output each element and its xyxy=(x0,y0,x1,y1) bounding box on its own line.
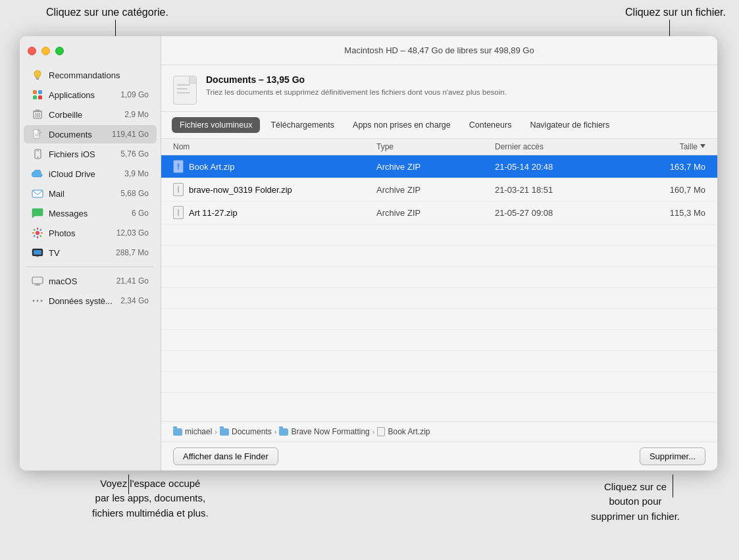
annotation-click-file: Cliquez sur un fichier. xyxy=(625,5,726,20)
sidebar-item-documents[interactable]: Documents 119,41 Go xyxy=(24,125,157,143)
breadcrumb-item-michael[interactable]: michael xyxy=(173,427,212,436)
sidebar-item-fichiers-ios[interactable]: Fichiers iOS 5,76 Go xyxy=(24,145,157,163)
tab-conteneurs[interactable]: Conteneurs xyxy=(461,117,520,133)
tab-apps-non-prises[interactable]: Apps non prises en charge xyxy=(345,117,459,133)
sidebar-item-size: 21,41 Go xyxy=(116,276,149,286)
svg-point-35 xyxy=(37,300,39,302)
category-header: Documents – 13,95 Go Triez les documents… xyxy=(161,65,717,112)
sidebar-item-corbeille[interactable]: Corbeille 2,9 Mo xyxy=(24,105,157,124)
sidebar-item-size: 12,03 Go xyxy=(116,228,149,238)
file-type: Archive ZIP xyxy=(376,162,495,172)
bulb-icon xyxy=(32,69,43,81)
show-in-finder-button[interactable]: Afficher dans le Finder xyxy=(173,447,278,465)
sidebar-item-mail[interactable]: Mail 5,68 Go xyxy=(24,184,157,203)
sidebar-item-size: 6 Go xyxy=(132,209,149,218)
header-last-access: Dernier accès xyxy=(495,142,626,151)
photos-icon xyxy=(32,227,43,239)
callout-line-bottom-left xyxy=(128,474,129,494)
sidebar-item-size: 119,41 Go xyxy=(112,130,149,139)
sidebar-item-label: Données systè... xyxy=(49,296,115,306)
doc-icon xyxy=(32,128,43,140)
breadcrumb-item-book-art[interactable]: Book Art.zip xyxy=(377,427,430,436)
tab-bar: Fichiers volumineux Téléchargements Apps… xyxy=(161,112,717,139)
empty-row xyxy=(161,267,717,288)
folder-icon xyxy=(173,428,182,436)
annotation-space-occupied: Voyez l'espace occupépar les apps, docum… xyxy=(92,476,209,521)
empty-row xyxy=(161,288,717,309)
tv-icon xyxy=(32,247,43,259)
sidebar-item-size: 2,9 Mo xyxy=(124,110,149,119)
empty-row xyxy=(161,330,717,351)
message-icon xyxy=(32,207,43,219)
file-date: 21-05-27 09:08 xyxy=(495,208,626,218)
svg-line-25 xyxy=(40,236,41,237)
phone-icon xyxy=(32,148,43,160)
file-name-cell: brave-now_0319 Folder.zip xyxy=(173,183,376,196)
tab-fichiers-volumineux[interactable]: Fichiers volumineux xyxy=(172,117,260,133)
sidebar-item-label: iCloud Drive xyxy=(49,169,119,179)
breadcrumb: michael › Documents › Brave Now Formatti… xyxy=(161,421,717,442)
svg-rect-8 xyxy=(36,110,39,111)
titlebar xyxy=(20,36,161,65)
sidebar-item-label: TV xyxy=(49,248,111,258)
sidebar-item-size: 288,7 Mo xyxy=(116,248,149,257)
file-type: Archive ZIP xyxy=(376,185,495,195)
sidebar-item-size: 3,9 Mo xyxy=(124,169,149,178)
svg-line-24 xyxy=(34,229,35,230)
svg-rect-4 xyxy=(33,95,37,99)
callout-line-bottom-right xyxy=(673,474,673,497)
file-size: 160,7 Mo xyxy=(626,185,705,195)
svg-line-27 xyxy=(34,236,35,237)
sidebar-item-label: Fichiers iOS xyxy=(49,149,115,159)
delete-button[interactable]: Supprimer... xyxy=(640,447,705,465)
folder-icon xyxy=(220,428,229,436)
sidebar-item-label: Mail xyxy=(49,189,115,199)
maximize-button[interactable] xyxy=(55,47,64,55)
sidebar-item-label: Messages xyxy=(49,209,126,218)
sidebar-item-applications[interactable]: Applications 1,09 Go xyxy=(24,86,157,104)
sidebar-item-size: 1,09 Go xyxy=(120,90,149,99)
sidebar-item-tv[interactable]: TV 288,7 Mo xyxy=(24,243,157,262)
tab-navigateur[interactable]: Navigateur de fichiers xyxy=(522,117,617,133)
svg-point-19 xyxy=(36,231,39,235)
file-date: 21-05-14 20:48 xyxy=(495,162,626,172)
file-icon xyxy=(377,427,385,436)
empty-row xyxy=(161,309,717,330)
sidebar-item-icloud[interactable]: iCloud Drive 3,9 Mo xyxy=(24,165,157,183)
svg-point-16 xyxy=(37,157,38,158)
category-description: Triez les documents et supprimez définit… xyxy=(206,87,507,97)
table-row[interactable]: Art 11-27.zip Archive ZIP 21-05-27 09:08… xyxy=(161,201,717,224)
sidebar-item-donnees[interactable]: Données systè... 2,34 Go xyxy=(24,292,157,310)
empty-row xyxy=(161,245,717,267)
close-button[interactable] xyxy=(28,47,36,55)
sidebar-item-messages[interactable]: Messages 6 Go xyxy=(24,204,157,222)
header-type: Type xyxy=(376,142,495,151)
header-size[interactable]: Taille xyxy=(626,142,705,151)
breadcrumb-item-documents[interactable]: Documents xyxy=(220,427,272,436)
file-name-cell: Art 11-27.zip xyxy=(173,206,376,219)
svg-rect-30 xyxy=(36,256,39,257)
empty-row xyxy=(161,351,717,372)
sidebar-item-label: macOS xyxy=(49,276,111,286)
svg-rect-2 xyxy=(33,90,37,94)
empty-row xyxy=(161,372,717,393)
category-name: Documents – 13,95 Go xyxy=(206,74,507,85)
minimize-button[interactable] xyxy=(41,47,50,55)
breadcrumb-item-brave-now[interactable]: Brave Now Formatting xyxy=(279,427,369,436)
svg-line-26 xyxy=(40,229,41,230)
sidebar-item-recommandations[interactable]: Recommandations xyxy=(24,66,157,84)
sidebar-item-macos[interactable]: macOS 21,41 Go xyxy=(24,272,157,290)
sidebar-item-label: Applications xyxy=(49,90,115,100)
breadcrumb-sep-3: › xyxy=(372,428,375,436)
svg-point-34 xyxy=(33,300,35,302)
table-row[interactable]: brave-now_0319 Folder.zip Archive ZIP 21… xyxy=(161,178,717,201)
file-list: Book Art.zip Archive ZIP 21-05-14 20:48 … xyxy=(161,155,717,421)
zip-file-icon xyxy=(173,160,184,173)
svg-rect-3 xyxy=(38,90,42,94)
table-row[interactable]: Book Art.zip Archive ZIP 21-05-14 20:48 … xyxy=(161,155,717,178)
svg-point-36 xyxy=(41,300,43,302)
category-info: Documents – 13,95 Go Triez les documents… xyxy=(206,74,507,97)
tab-telechargements[interactable]: Téléchargements xyxy=(263,117,342,133)
sidebar-item-label: Recommandations xyxy=(49,70,149,80)
sidebar-item-photos[interactable]: Photos 12,03 Go xyxy=(24,224,157,242)
